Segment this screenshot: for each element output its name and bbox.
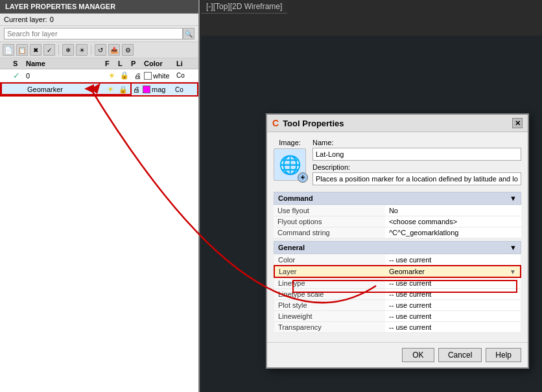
col-plot-header[interactable]: P: [131, 60, 144, 67]
table-row[interactable]: Color -- use current: [274, 255, 521, 266]
layer-row-0[interactable]: ✓ 0 ☀ 🔒 🖨 white Co: [0, 69, 198, 82]
dialog-titlebar-left: C Tool Properties: [272, 118, 344, 128]
prop-label: Lineweight: [274, 311, 385, 322]
settings-button[interactable]: ⚙: [122, 44, 134, 56]
dialog-titlebar: C Tool Properties ✕: [267, 115, 528, 132]
description-input[interactable]: [312, 172, 521, 185]
layer-panel-title: LAYER PROPERTIES MANAGER: [0, 0, 198, 14]
layer-property-row[interactable]: Layer Geomarker ▼: [274, 266, 521, 277]
col-name-header[interactable]: Name: [26, 60, 105, 67]
dialog-close-button[interactable]: ✕: [512, 118, 523, 128]
prop-value[interactable]: -- use current: [385, 255, 521, 266]
table-row[interactable]: Transparency -- use current: [274, 322, 521, 333]
set-current-button[interactable]: ✓: [43, 44, 55, 56]
table-row[interactable]: Lineweight -- use current: [274, 311, 521, 322]
command-section-header[interactable]: Command ▼: [274, 192, 521, 205]
prop-value[interactable]: -- use current: [385, 322, 521, 333]
row-color-0[interactable]: white: [144, 72, 176, 80]
prop-label: Command string: [274, 227, 385, 238]
row-plot-0[interactable]: 🖨: [131, 72, 144, 80]
command-properties-table: Use flyout No Flyout options <choose com…: [274, 205, 521, 238]
plot-icon-0: 🖨: [134, 72, 141, 80]
color-label-0: white: [153, 72, 170, 80]
new-layer-button[interactable]: 📄: [3, 44, 14, 56]
row-color-geomarker[interactable]: mag: [143, 86, 175, 93]
col-frozen-header[interactable]: F: [105, 60, 118, 67]
prop-label: Flyout options: [274, 216, 385, 227]
color-swatch-geomarker: [143, 86, 150, 93]
row-frozen-geomarker[interactable]: ☀: [104, 85, 117, 94]
col-locked-header[interactable]: L: [118, 60, 131, 67]
viewport-label: [-][Top][2D Wireframe]: [201, 0, 287, 14]
prop-value[interactable]: -- use current: [385, 300, 521, 311]
globe-icon: 🌐: [279, 154, 301, 176]
row-name-0[interactable]: 0: [26, 72, 105, 80]
name-field-label: Name:: [312, 139, 521, 146]
command-section-label: Command: [278, 194, 313, 202]
prop-value[interactable]: -- use current: [385, 289, 521, 300]
general-section-header[interactable]: General ▼: [274, 241, 521, 254]
col-color-header[interactable]: Color: [144, 60, 176, 67]
table-row[interactable]: Command string ^C^C_geomarklatlong: [274, 227, 521, 238]
search-input[interactable]: [4, 28, 183, 40]
toolbar-separator-2: [91, 45, 91, 55]
row-linetype-geomarker[interactable]: Co: [175, 86, 194, 93]
export-button[interactable]: 📤: [108, 44, 120, 56]
prop-label: Layer: [274, 266, 385, 277]
dialog-title: Tool Properties: [283, 119, 344, 128]
row-linetype-0[interactable]: Co: [176, 72, 196, 79]
row-name-geomarker[interactable]: Geomarker: [27, 86, 104, 93]
color-label-geomarker: mag: [152, 86, 165, 93]
name-input[interactable]: [312, 148, 521, 161]
table-row[interactable]: Flyout options <choose commands>: [274, 216, 521, 227]
delete-layer-button[interactable]: ✖: [30, 44, 41, 56]
general-properties-table: Color -- use current Layer Geomarker ▼ L…: [274, 255, 521, 333]
tool-properties-dialog: C Tool Properties ✕ Image: 🌐 + Name: Des…: [266, 113, 529, 369]
thaw-button[interactable]: ☀: [76, 44, 88, 56]
prop-value[interactable]: No: [385, 205, 521, 216]
prop-value[interactable]: ^C^C_geomarklatlong: [385, 227, 521, 238]
prop-value[interactable]: Geomarker ▼: [385, 266, 521, 277]
ok-button[interactable]: OK: [402, 348, 434, 362]
prop-value[interactable]: <choose commands>: [385, 216, 521, 227]
row-plot-geomarker[interactable]: 🖨: [130, 86, 143, 93]
help-button[interactable]: Help: [486, 348, 521, 362]
row-locked-0[interactable]: 🔒: [118, 71, 131, 80]
layer-list[interactable]: ✓ 0 ☀ 🔒 🖨 white Co Geomarker ☀: [0, 69, 198, 392]
table-row[interactable]: Use flyout No: [274, 205, 521, 216]
row-frozen-0[interactable]: ☀: [105, 71, 118, 80]
search-button[interactable]: 🔍: [183, 28, 194, 40]
image-label: Image:: [279, 139, 301, 146]
prop-value[interactable]: -- use current: [385, 311, 521, 322]
current-layer-label: Current layer:: [4, 16, 47, 23]
general-section-label: General: [278, 244, 305, 251]
cancel-button[interactable]: Cancel: [438, 348, 482, 362]
table-row[interactable]: Linetype -- use current: [274, 277, 521, 289]
dialog-app-icon: C: [272, 118, 279, 128]
col-linetype-header[interactable]: Li: [176, 60, 196, 67]
layer-row-geomarker[interactable]: Geomarker ☀ 🔒 🖨 mag Co: [0, 82, 198, 97]
prop-value[interactable]: -- use current: [385, 277, 521, 289]
prop-label: Color: [274, 255, 385, 266]
new-layer-vp-button[interactable]: 📋: [16, 44, 28, 56]
column-header-row: S Name F L P Color Li: [0, 58, 198, 69]
dialog-footer: OK Cancel Help: [267, 342, 528, 367]
dialog-body: Image: 🌐 + Name: Description: Command ▼ …: [267, 132, 528, 342]
table-row[interactable]: Linetype scale -- use current: [274, 289, 521, 300]
current-layer-value: 0: [50, 16, 54, 23]
freeze-button[interactable]: ❄: [62, 44, 74, 56]
refresh-button[interactable]: ↺: [95, 44, 106, 56]
prop-label: Linetype: [274, 277, 385, 289]
row-status-0: ✓: [13, 71, 26, 80]
prop-label: Plot style: [274, 300, 385, 311]
lock-icon-0: 🔒: [120, 71, 129, 80]
table-row[interactable]: Plot style -- use current: [274, 300, 521, 311]
layer-dropdown[interactable]: Geomarker ▼: [389, 268, 516, 275]
prop-label: Use flyout: [274, 205, 385, 216]
layer-value: Geomarker: [389, 268, 425, 275]
row-locked-geomarker[interactable]: 🔒: [117, 86, 130, 94]
current-layer-row: Current layer: 0: [0, 14, 198, 26]
checkmark-icon: ✓: [13, 71, 20, 80]
dropdown-arrow-icon[interactable]: ▼: [510, 268, 516, 275]
desc-field-label: Description:: [312, 163, 521, 171]
